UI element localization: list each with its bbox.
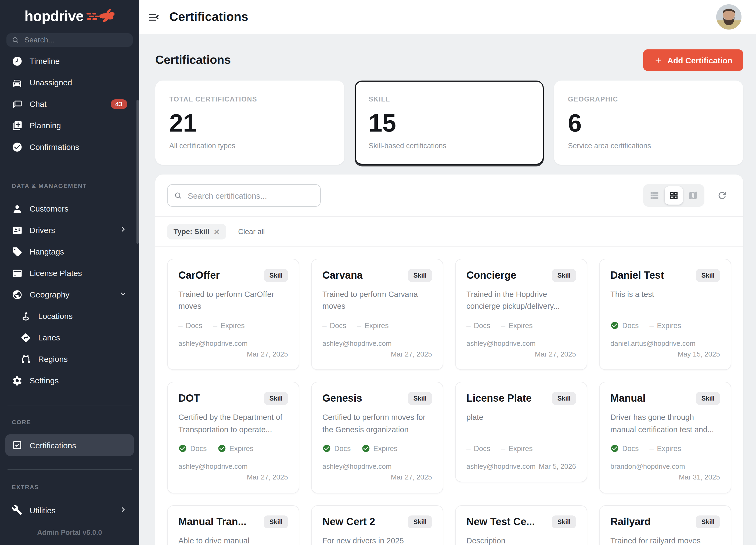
- section-label-extras: EXTRAS: [12, 484, 139, 490]
- sidebar-search-input[interactable]: [23, 35, 127, 45]
- sidebar-item-settings[interactable]: Settings: [5, 370, 134, 391]
- sidebar-item-drivers[interactable]: Drivers: [5, 219, 134, 241]
- certification-card[interactable]: New Test Ce... Skill Description – –: [455, 505, 587, 545]
- card-header: Railyard Skill: [610, 515, 720, 528]
- panel-toolbar: [155, 175, 743, 217]
- certification-card[interactable]: CarOffer Skill Trained to perform CarOff…: [167, 259, 299, 370]
- card-type-badge: Skill: [696, 392, 720, 405]
- card-footer: ashley@hopdrive.com Mar 27, 2025: [322, 338, 432, 360]
- sidebar-item-locations[interactable]: Locations: [5, 305, 134, 327]
- certification-card[interactable]: Carvana Skill Trained to perform Carvana…: [311, 259, 443, 370]
- chat-icon: [12, 99, 23, 109]
- expires-status: – Expires: [362, 444, 398, 453]
- stat-card-geographic[interactable]: GEOGRAPHIC 6 Service area certifications: [554, 81, 743, 165]
- docs-status: – Docs: [178, 444, 207, 453]
- card-meta-row: – Docs – Expires: [466, 444, 576, 453]
- sidebar-item-unassigned[interactable]: Unassigned: [5, 72, 134, 93]
- sidebar-item-regions[interactable]: Regions: [5, 348, 134, 370]
- sidebar-item-label: Hangtags: [30, 247, 64, 256]
- card-header: Genesis Skill: [322, 392, 432, 405]
- grid-view-button[interactable]: [665, 186, 683, 205]
- card-date: Mar 27, 2025: [391, 349, 432, 360]
- docs-label: Docs: [622, 445, 639, 453]
- check-circle-green-icon: [610, 444, 619, 453]
- dash-icon: –: [322, 321, 327, 330]
- sidebar-item-lanes[interactable]: Lanes: [5, 327, 134, 348]
- card-footer: ashley@hopdrive.com Mar 27, 2025: [322, 461, 432, 483]
- sidebar-extras-nav: Utilities: [0, 499, 139, 521]
- card-type-badge: Skill: [408, 515, 432, 528]
- stat-card-total[interactable]: TOTAL CERTIFICATIONS 21 All certificatio…: [155, 81, 344, 165]
- search-icon: [174, 191, 182, 200]
- sidebar-item-confirmations[interactable]: Confirmations: [5, 136, 134, 158]
- app-root: hopdrive Timeline: [0, 0, 756, 545]
- sidebar-item-planning[interactable]: Planning: [5, 115, 134, 136]
- clear-all-filters[interactable]: Clear all: [238, 228, 265, 236]
- map-view-button[interactable]: [684, 186, 702, 205]
- certifications-search-input[interactable]: [187, 190, 314, 201]
- refresh-button[interactable]: [713, 186, 731, 205]
- card-footer: ashley@hopdrive.com Mar 27, 2025: [466, 338, 576, 360]
- stat-card-skill[interactable]: SKILL 15 Skill-based certifications: [355, 81, 544, 165]
- id-card-icon: [12, 225, 23, 236]
- stat-label: TOTAL CERTIFICATIONS: [169, 96, 330, 103]
- card-date: Mar 5, 2026: [539, 461, 576, 472]
- search-icon: [12, 36, 19, 44]
- sidebar-item-license-plates[interactable]: License Plates: [5, 262, 134, 284]
- add-certification-label: Add Certification: [667, 56, 732, 65]
- logo: hopdrive: [0, 0, 139, 25]
- certification-card[interactable]: Railyard Skill Trained for railyard move…: [599, 505, 731, 545]
- expires-status: – Expires: [650, 444, 681, 453]
- add-certification-button[interactable]: Add Certification: [643, 49, 743, 71]
- menu-collapse-icon[interactable]: [146, 9, 161, 24]
- card-title: Genesis: [322, 392, 362, 405]
- chat-unread-badge: 43: [110, 99, 127, 109]
- card-footer: daniel.artus@hopdrive.com May 15, 2025: [610, 338, 720, 360]
- certification-card[interactable]: New Cert 2 Skill For new drivers in 2025…: [311, 505, 443, 545]
- section-label-core: CORE: [12, 419, 139, 425]
- rabbit-logo-icon: [86, 8, 115, 24]
- card-header: CarOffer Skill: [178, 269, 288, 282]
- certification-card[interactable]: License Plate Skill plate – Docs – Expir…: [455, 382, 587, 482]
- card-author-email: brandon@hopdrive.com: [610, 461, 685, 472]
- sidebar-item-chat[interactable]: Chat 43: [5, 93, 134, 115]
- expires-label: Expires: [509, 445, 533, 453]
- certification-card[interactable]: Manual Tran... Skill Able to drive manua…: [167, 505, 299, 545]
- sidebar-item-geography[interactable]: Geography: [5, 284, 134, 305]
- person-icon: [12, 203, 23, 214]
- sidebar-search: [6, 34, 133, 46]
- dash-icon: –: [501, 321, 505, 330]
- sidebar-item-label: Timeline: [30, 56, 60, 66]
- certification-card[interactable]: Manual Skill Driver has gone through man…: [599, 382, 731, 493]
- sidebar-item-utilities[interactable]: Utilities: [5, 499, 134, 521]
- card-type-badge: Skill: [552, 515, 576, 528]
- stat-value: 15: [369, 111, 530, 135]
- certification-card[interactable]: Genesis Skill Certified to perform moves…: [311, 382, 443, 493]
- sidebar-item-timeline[interactable]: Timeline: [5, 50, 134, 72]
- stat-value: 21: [169, 111, 330, 135]
- card-description: For new drivers in 2025: [322, 535, 432, 545]
- car-icon: [12, 77, 23, 88]
- card-meta-row: – Docs – Expires: [322, 444, 432, 453]
- sidebar-item-hangtags[interactable]: Hangtags: [5, 241, 134, 262]
- certification-card[interactable]: Daniel Test Skill This is a test – Docs …: [599, 259, 731, 370]
- filter-chip-type-skill[interactable]: Type: Skill ✕: [167, 224, 226, 240]
- stat-sub: Service area certifications: [568, 142, 729, 150]
- card-header: DOT Skill: [178, 392, 288, 405]
- docs-status: – Docs: [610, 321, 639, 330]
- sidebar-item-certifications[interactable]: Certifications: [5, 435, 134, 456]
- certification-card[interactable]: Concierge Skill Trained in the Hopdrive …: [455, 259, 587, 370]
- sidebar-item-label: Lanes: [38, 333, 60, 342]
- sidebar-scrollbar[interactable]: [136, 100, 139, 244]
- certification-card[interactable]: DOT Skill Certified by the Department of…: [167, 382, 299, 493]
- card-type-badge: Skill: [552, 392, 576, 405]
- list-view-button[interactable]: [645, 186, 664, 205]
- card-author-email: ashley@hopdrive.com: [466, 338, 536, 349]
- sidebar-core-nav: Certifications: [0, 435, 139, 456]
- avatar[interactable]: [716, 4, 741, 30]
- sidebar-item-customers[interactable]: Customers: [5, 198, 134, 219]
- expires-label: Expires: [365, 321, 389, 329]
- remove-filter-icon[interactable]: ✕: [214, 228, 220, 236]
- expires-status: – Expires: [357, 321, 389, 330]
- card-type-badge: Skill: [408, 269, 432, 282]
